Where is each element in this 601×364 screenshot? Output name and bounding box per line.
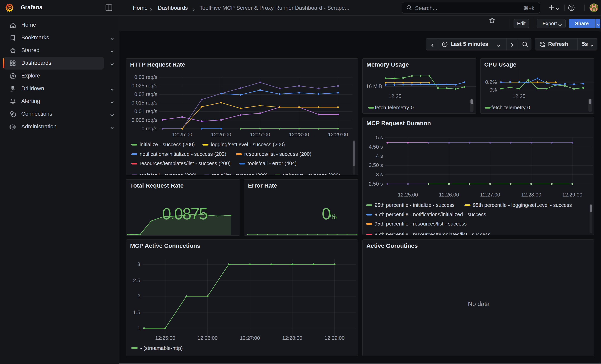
svg-text:0.025 req/s: 0.025 req/s — [131, 83, 157, 89]
svg-text:2.50 s: 2.50 s — [369, 181, 383, 187]
svg-text:0.005 req/s: 0.005 req/s — [131, 117, 157, 123]
svg-text:No data: No data — [468, 300, 490, 307]
svg-text:2: 2 — [138, 294, 140, 299]
svg-text:95th percentile - notification: 95th percentile - notifications/initiali… — [374, 211, 486, 217]
svg-text:12:26:00: 12:26:00 — [211, 132, 231, 138]
svg-text:1: 1 — [138, 325, 140, 331]
svg-text:0.02 req/s: 0.02 req/s — [134, 91, 157, 97]
svg-text:95th percentile - resources/li: 95th percentile - resources/list - succe… — [374, 221, 467, 227]
svg-text:12:26:00: 12:26:00 — [439, 192, 459, 198]
svg-text:4.50 s: 4.50 s — [369, 144, 383, 150]
svg-text:resources/list - success (200): resources/list - success (200) — [244, 151, 311, 157]
svg-text:0.03 req/s: 0.03 req/s — [134, 74, 157, 80]
svg-text:1.5: 1.5 — [133, 309, 140, 315]
svg-text:12:25:00: 12:25:00 — [398, 192, 418, 198]
svg-text:3.50 s: 3.50 s — [369, 162, 383, 168]
svg-text:tools/call - error (404): tools/call - error (404) — [248, 160, 297, 166]
svg-text:4 s: 4 s — [376, 153, 383, 159]
svg-text:12:28:00: 12:28:00 — [282, 335, 302, 341]
svg-text:12:28:00: 12:28:00 — [289, 132, 309, 138]
svg-text:12:29:00: 12:29:00 — [562, 192, 582, 198]
svg-text:5 s: 5 s — [376, 135, 383, 140]
svg-text:0%: 0% — [489, 87, 497, 93]
svg-text:0 req/s: 0 req/s — [142, 126, 157, 132]
svg-text:notifications/initialized - su: notifications/initialized - success (202… — [140, 151, 226, 157]
svg-text:12:25: 12:25 — [512, 93, 525, 99]
svg-text:logging/setLevel - success (20: logging/setLevel - success (200) — [211, 141, 285, 148]
svg-text:12:29:00: 12:29:00 — [328, 132, 348, 138]
svg-text:unknown - success (200): unknown - success (200) — [283, 172, 341, 175]
svg-text:95th percentile - initialize -: 95th percentile - initialize - success — [374, 202, 454, 208]
svg-text:95th percentile - logging/setL: 95th percentile - logging/setLevel - suc… — [473, 202, 572, 208]
svg-text:0.01 req/s: 0.01 req/s — [134, 108, 157, 114]
svg-text:12:27:00: 12:27:00 — [480, 192, 500, 198]
svg-text:12:28:00: 12:28:00 — [521, 192, 541, 198]
svg-text:tools/call - success (200): tools/call - success (200) — [140, 172, 197, 175]
svg-text:fetch-telemetry-0: fetch-telemetry-0 — [491, 105, 530, 110]
svg-text:12:25:00: 12:25:00 — [172, 132, 192, 138]
svg-text:fetch-telemetry-0: fetch-telemetry-0 — [375, 105, 414, 110]
svg-text:16 MiB: 16 MiB — [366, 83, 382, 89]
svg-text:12:25:00: 12:25:00 — [155, 335, 175, 341]
svg-text:- (streamable-http): - (streamable-http) — [140, 345, 183, 351]
svg-text:2.5: 2.5 — [133, 277, 140, 283]
svg-text:95th percentile - resources/te: 95th percentile - resources/templates/li… — [374, 231, 490, 235]
svg-text:3 s: 3 s — [376, 171, 383, 177]
svg-text:3: 3 — [138, 261, 140, 267]
svg-text:initialize - success (200): initialize - success (200) — [140, 141, 195, 148]
svg-text:resources/templates/list - suc: resources/templates/list - success (200) — [140, 160, 231, 166]
svg-text:0.015 req/s: 0.015 req/s — [131, 100, 157, 106]
svg-text:12:26:00: 12:26:00 — [198, 335, 218, 341]
svg-text:12:27:00: 12:27:00 — [240, 335, 260, 341]
svg-text:12:25: 12:25 — [388, 93, 401, 99]
svg-text:12:29:00: 12:29:00 — [325, 335, 345, 341]
svg-text:0.2%: 0.2% — [485, 79, 497, 85]
svg-text:tools/list - success (200): tools/list - success (200) — [212, 172, 268, 175]
svg-text:12:27:00: 12:27:00 — [250, 132, 270, 138]
